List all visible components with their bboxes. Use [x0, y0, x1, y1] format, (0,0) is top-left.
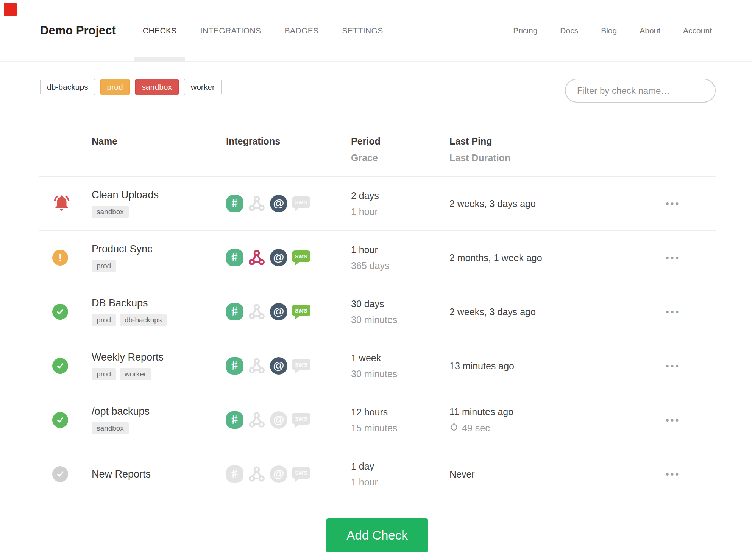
- slack-icon[interactable]: #: [226, 465, 243, 483]
- last-duration-value: 49 sec: [449, 422, 663, 434]
- row-menu-button[interactable]: •••: [666, 252, 680, 263]
- check-name[interactable]: DB Backups: [92, 297, 226, 309]
- last-ping-value: 2 months, 1 week ago: [449, 252, 663, 263]
- nav-link-pricing[interactable]: Pricing: [513, 26, 537, 35]
- filter-bar: db-backupsprodsandboxworker: [0, 62, 752, 103]
- sms-icon[interactable]: SMS: [292, 250, 310, 262]
- table-row[interactable]: Clean Uploadssandbox#@SMS2 days1 hour2 w…: [39, 177, 716, 231]
- col-header-name: Name: [92, 136, 226, 147]
- webhook-icon[interactable]: [248, 465, 265, 483]
- check-tag: prod: [92, 368, 116, 380]
- table-row[interactable]: New Reports#@SMS1 day1 hourNever•••: [39, 447, 716, 501]
- row-menu-button[interactable]: •••: [666, 469, 680, 479]
- exclamation-glyph: !: [59, 252, 62, 264]
- last-ping-value: 13 minutes ago: [449, 361, 663, 372]
- nav-link-about[interactable]: About: [640, 26, 660, 35]
- integrations-cell: #@SMS: [226, 357, 351, 375]
- tab-settings[interactable]: SETTINGS: [342, 0, 383, 61]
- tag-filter-group: db-backupsprodsandboxworker: [40, 79, 222, 95]
- webhook-icon[interactable]: [248, 411, 265, 429]
- col-header-last-ping: Last Ping: [449, 136, 663, 147]
- check-name[interactable]: Clean Uploads: [92, 189, 226, 201]
- email-icon[interactable]: @: [270, 303, 287, 320]
- row-menu-button[interactable]: •••: [666, 306, 680, 317]
- integrations-cell: #@SMS: [226, 465, 351, 483]
- col-header-grace: Grace: [351, 152, 449, 163]
- last-ping-value: 2 weeks, 3 days ago: [449, 198, 663, 209]
- row-menu-button[interactable]: •••: [666, 198, 680, 209]
- email-icon[interactable]: @: [270, 465, 287, 483]
- check-tag: sandbox: [92, 206, 129, 218]
- filter-tag-prod[interactable]: prod: [100, 79, 130, 95]
- check-name[interactable]: Product Sync: [92, 243, 226, 255]
- sms-icon[interactable]: SMS: [292, 467, 310, 479]
- up-status-icon: [52, 304, 68, 320]
- last-ping-value: Never: [449, 469, 663, 480]
- sms-icon[interactable]: SMS: [292, 413, 310, 425]
- last-ping-value: 2 weeks, 3 days ago: [449, 306, 663, 317]
- period-value: 1 hour: [351, 244, 449, 255]
- add-check-button[interactable]: Add Check: [326, 518, 428, 552]
- table-row[interactable]: /opt backupssandbox#@SMS12 hours15 minut…: [39, 393, 716, 447]
- slack-icon[interactable]: #: [226, 195, 243, 212]
- col-header-last-duration: Last Duration: [449, 152, 663, 163]
- filter-tag-db-backups[interactable]: db-backups: [40, 79, 95, 95]
- table-row[interactable]: Weekly Reportsprodworker#@SMS1 week30 mi…: [39, 339, 716, 393]
- check-name[interactable]: Weekly Reports: [92, 352, 226, 363]
- check-tag: worker: [120, 368, 151, 380]
- table-row[interactable]: !Product Syncprod#@SMS1 hour365 days2 mo…: [39, 231, 716, 285]
- webhook-icon[interactable]: [248, 195, 265, 212]
- slack-icon[interactable]: #: [226, 303, 243, 320]
- check-name[interactable]: /opt backups: [92, 406, 226, 417]
- grace-value: 365 days: [351, 260, 449, 271]
- integrations-cell: #@SMS: [226, 411, 351, 429]
- tab-badges[interactable]: BADGES: [285, 0, 319, 61]
- col-header-period: Period: [351, 136, 449, 147]
- main-tabs: CHECKSINTEGRATIONSBADGESSETTINGS: [143, 0, 383, 61]
- row-menu-button[interactable]: •••: [666, 361, 680, 371]
- grace-value: 30 minutes: [351, 314, 449, 325]
- row-menu-button[interactable]: •••: [666, 415, 680, 425]
- period-value: 30 days: [351, 299, 449, 310]
- webhook-icon[interactable]: [248, 249, 265, 266]
- warning-status-icon: !: [52, 250, 68, 266]
- up-status-icon: [52, 412, 68, 428]
- sms-icon[interactable]: SMS: [292, 305, 310, 316]
- check-name-filter-input[interactable]: [565, 79, 716, 103]
- slack-icon[interactable]: #: [226, 249, 243, 266]
- nav-link-blog[interactable]: Blog: [601, 26, 617, 35]
- up-status-icon: [52, 358, 68, 374]
- tab-checks[interactable]: CHECKS: [143, 0, 177, 61]
- sms-icon[interactable]: SMS: [292, 196, 310, 208]
- table-row[interactable]: DB Backupsproddb-backups#@SMS30 days30 m…: [39, 285, 716, 339]
- duration-text: 49 sec: [462, 423, 490, 434]
- tab-integrations[interactable]: INTEGRATIONS: [200, 0, 261, 61]
- grace-value: 1 hour: [351, 206, 449, 217]
- grace-value: 30 minutes: [351, 369, 449, 380]
- check-tag: sandbox: [92, 422, 129, 434]
- slack-icon[interactable]: #: [226, 411, 243, 429]
- integrations-cell: #@SMS: [226, 303, 351, 320]
- sms-icon[interactable]: SMS: [292, 359, 310, 370]
- check-tag: prod: [92, 260, 116, 272]
- webhook-icon[interactable]: [248, 303, 265, 320]
- email-icon[interactable]: @: [270, 357, 287, 375]
- col-header-integrations: Integrations: [226, 136, 351, 147]
- email-icon[interactable]: @: [270, 411, 287, 429]
- slack-icon[interactable]: #: [226, 357, 243, 375]
- check-name[interactable]: New Reports: [92, 468, 226, 480]
- filter-tag-sandbox[interactable]: sandbox: [135, 79, 179, 95]
- project-switcher[interactable]: Demo Project: [40, 0, 121, 61]
- period-value: 1 day: [351, 461, 449, 472]
- grace-value: 1 hour: [351, 477, 449, 488]
- account-menu[interactable]: Account: [683, 26, 716, 35]
- filter-tag-worker[interactable]: worker: [184, 79, 222, 95]
- email-icon[interactable]: @: [270, 249, 287, 266]
- last-ping-value: 11 minutes ago: [449, 406, 663, 417]
- period-value: 12 hours: [351, 407, 449, 418]
- check-tag: prod: [92, 314, 116, 326]
- email-icon[interactable]: @: [270, 195, 287, 212]
- webhook-icon[interactable]: [248, 357, 265, 375]
- nav-link-docs[interactable]: Docs: [560, 26, 578, 35]
- grace-value: 15 minutes: [351, 423, 449, 434]
